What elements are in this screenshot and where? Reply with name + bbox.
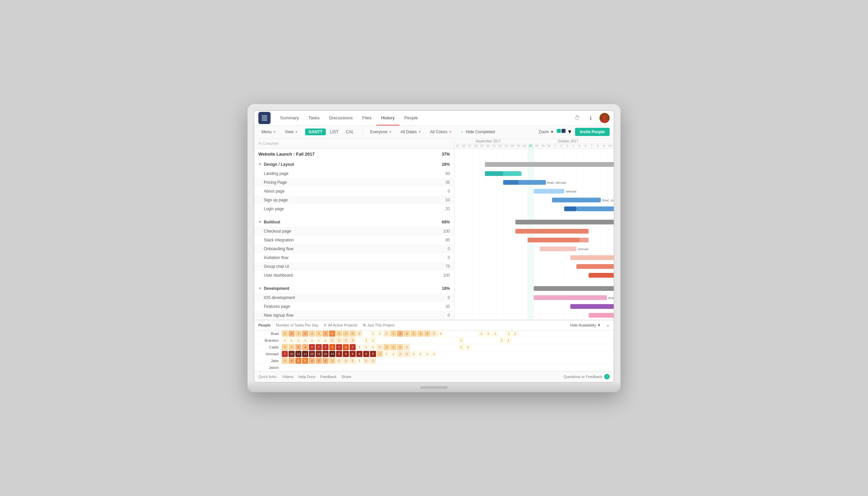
all-colors-dropdown[interactable]: All Colors ▼ bbox=[427, 128, 455, 136]
day-cell bbox=[512, 358, 518, 364]
day-cell bbox=[553, 330, 559, 337]
day-cell bbox=[580, 330, 586, 337]
day-cell bbox=[363, 330, 369, 337]
day-cell bbox=[390, 358, 397, 364]
all-dates-dropdown[interactable]: All Dates ▼ bbox=[398, 128, 424, 136]
day-cell bbox=[533, 344, 539, 350]
tab-history[interactable]: History bbox=[376, 110, 399, 125]
day-cell bbox=[580, 344, 586, 350]
day-cell bbox=[458, 330, 464, 337]
bottom-scroll-up[interactable]: ▲ bbox=[606, 322, 610, 328]
zoom-dropdown[interactable]: Zoom ▼ bbox=[539, 129, 554, 134]
day-cell bbox=[499, 344, 505, 350]
day-cell bbox=[546, 358, 552, 364]
cal-tab-button[interactable]: CAL bbox=[342, 128, 357, 135]
info-icon[interactable]: ℹ bbox=[586, 113, 595, 123]
hide-completed-toggle[interactable]: ✓ Hide Completed bbox=[458, 128, 498, 136]
day-cell bbox=[499, 365, 505, 371]
footer-link-videos[interactable]: Videos bbox=[282, 375, 293, 379]
tab-summary[interactable]: Summary bbox=[275, 110, 304, 125]
day-cell bbox=[377, 337, 383, 343]
day-cell: 4 bbox=[289, 358, 295, 364]
day-cell bbox=[471, 337, 478, 343]
day-cell bbox=[567, 351, 573, 357]
spacer bbox=[254, 213, 454, 217]
header-right: ⏱ ℹ bbox=[572, 113, 610, 123]
view-dropdown[interactable]: View ▼ bbox=[282, 128, 301, 136]
day-cell bbox=[478, 358, 484, 364]
list-tab-button[interactable]: LIST bbox=[326, 128, 342, 135]
day-cell: 3 bbox=[350, 330, 356, 337]
everyone-dropdown[interactable]: Everyone ▼ bbox=[367, 128, 395, 136]
hide-availability-button[interactable]: Hide Availability ▼ bbox=[570, 323, 601, 327]
footer-link-feedback[interactable]: Feedback bbox=[320, 375, 336, 379]
day-cell: 2 bbox=[350, 337, 356, 343]
gantt-tab-button[interactable]: GANTT bbox=[305, 128, 326, 135]
svg-rect-58 bbox=[503, 180, 518, 185]
day-cell bbox=[567, 365, 573, 371]
footer-link-help-docs[interactable]: Help Docs bbox=[298, 375, 316, 379]
color-sq-chevron: ▼ bbox=[567, 129, 572, 135]
footer-link-share[interactable]: Share bbox=[341, 375, 351, 379]
day-cell: 1 bbox=[323, 337, 328, 343]
day-cell bbox=[410, 344, 417, 350]
color-sq-1 bbox=[557, 129, 561, 133]
group-toggle-buildout[interactable]: ▼ bbox=[258, 220, 262, 224]
menu-chevron: ▼ bbox=[273, 130, 276, 134]
group-toggle-design[interactable]: ▼ bbox=[258, 162, 262, 166]
hamburger-button[interactable] bbox=[258, 112, 270, 124]
user-avatar[interactable] bbox=[600, 113, 610, 123]
color-mode-toggle[interactable]: ▼ bbox=[557, 129, 572, 135]
day-cell bbox=[485, 337, 491, 343]
person-row: Brad3434334533321123433332111111 bbox=[254, 330, 614, 337]
group-row-buildout[interactable]: ▼ Buildout 68% bbox=[254, 217, 454, 227]
group-toggle-development[interactable]: ▼ bbox=[258, 286, 262, 290]
day-cell bbox=[417, 365, 423, 371]
dates-chevron: ▼ bbox=[418, 130, 421, 134]
day-cell bbox=[553, 351, 559, 357]
day-cell: 2 bbox=[404, 351, 410, 357]
day-cell bbox=[485, 344, 491, 350]
view-chevron: ▼ bbox=[295, 130, 298, 134]
menu-dropdown[interactable]: Menu ▼ bbox=[258, 128, 279, 136]
task-row: Slack integration 85 bbox=[254, 236, 454, 245]
day-cell bbox=[404, 365, 410, 371]
clock-icon[interactable]: ⏱ bbox=[572, 113, 582, 123]
day-cell bbox=[512, 344, 518, 350]
day-cell bbox=[465, 358, 471, 364]
day-cell: 4 bbox=[302, 344, 308, 350]
day-cell: 1 bbox=[492, 330, 498, 337]
group-row-design[interactable]: ▼ Design / Layout 28% bbox=[254, 160, 454, 169]
day-cell: 5 bbox=[302, 358, 308, 364]
day-cell bbox=[471, 351, 478, 357]
group-row-development[interactable]: ▼ Development 18% bbox=[254, 284, 454, 293]
day-cell: 3 bbox=[316, 330, 322, 337]
day-cell bbox=[445, 351, 451, 357]
nav-tabs: Summary Tasks Discussions Files History … bbox=[275, 110, 572, 125]
tab-tasks[interactable]: Tasks bbox=[304, 110, 325, 125]
tab-files[interactable]: Files bbox=[357, 110, 376, 125]
svg-rect-84 bbox=[589, 313, 614, 318]
day-cell: 9 bbox=[363, 351, 369, 357]
invite-people-button[interactable]: Invite People bbox=[575, 128, 610, 136]
gantt-header: % Complete bbox=[254, 139, 454, 149]
tab-people[interactable]: People bbox=[399, 110, 422, 125]
day-cell: 7 bbox=[323, 344, 328, 350]
day-cell: 13 bbox=[329, 351, 335, 357]
day-cell bbox=[560, 337, 566, 343]
tab-discussions[interactable]: Discussions bbox=[325, 110, 357, 125]
person-cells bbox=[281, 364, 614, 371]
day-cell bbox=[410, 365, 417, 371]
svg-text:Brad, Ishmael: Brad, Ishmael bbox=[547, 181, 566, 184]
task-row: Onboarding flow 0 bbox=[254, 245, 454, 253]
day-cell bbox=[356, 337, 362, 343]
day-cell: 1 bbox=[506, 330, 512, 337]
day-cell: 3 bbox=[289, 344, 295, 350]
day-cell bbox=[438, 351, 444, 357]
day-cell: 1 bbox=[370, 337, 376, 343]
day-cell bbox=[526, 337, 532, 343]
day-cell: 12 bbox=[295, 351, 301, 357]
day-cell bbox=[309, 365, 315, 371]
day-cell: 1 bbox=[438, 330, 444, 337]
footer-feedback-label[interactable]: Questions or Feedback bbox=[563, 375, 602, 379]
